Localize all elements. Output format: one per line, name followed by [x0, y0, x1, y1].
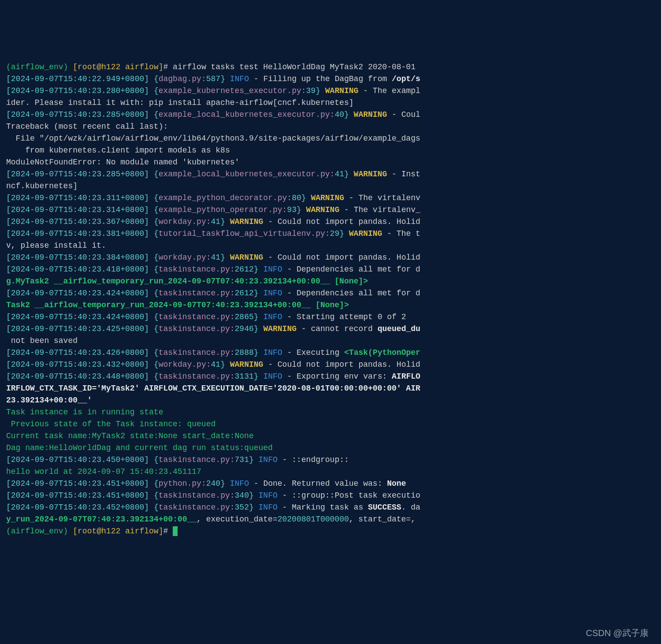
traceback-import: from kubernetes.client import models as … [6, 146, 230, 155]
prompt-venv: (airflow_env) [6, 527, 73, 536]
prompt-hash: # [163, 527, 173, 536]
cursor-icon[interactable] [173, 526, 178, 536]
log-line: v, please install it. [6, 241, 106, 250]
log-line: [2024-09-07T15:40:23.280+0800] {example_… [6, 86, 420, 95]
traceback-header: Traceback (most recent call last): [6, 122, 168, 131]
log-line: [2024-09-07T15:40:23.381+0800] {tutorial… [6, 229, 420, 238]
watermark: CSDN @武子康 [586, 626, 649, 640]
log-line: [2024-09-07T15:40:23.451+0800] {taskinst… [6, 491, 420, 500]
log-line: [2024-09-07T15:40:23.448+0800] {taskinst… [6, 372, 420, 381]
log-line: ider. Please install it with: pip instal… [6, 98, 354, 107]
run-id: Task2 __airflow_temporary_run_2024-09-07… [6, 301, 349, 309]
env-vars: IRFLOW_CTX_TASK_ID='MyTask2' AIRFLOW_CTX… [6, 384, 420, 393]
prompt-command[interactable]: airflow tasks test HelloWorldDag MyTask2… [173, 63, 416, 71]
prompt-hash: # [163, 63, 173, 71]
task-state: Task instance is in running state [6, 408, 163, 417]
log-line: not been saved [6, 336, 78, 345]
run-id: g.MyTask2 __airflow_temporary_run_2024-0… [6, 277, 368, 286]
log-line: [2024-09-07T15:40:23.384+0800] {workday.… [6, 253, 420, 262]
log-line: [2024-09-07T15:40:23.314+0800] {example_… [6, 205, 420, 214]
log-line: [2024-09-07T15:40:23.285+0800] {example_… [6, 170, 420, 179]
env-vars: 23.392134+00:00__' [6, 396, 92, 405]
log-line: [2024-09-07T15:40:22.949+0800] {dagbag.p… [6, 74, 420, 83]
dag-name: Dag name:HelloWorldDag and current dag r… [6, 443, 273, 452]
prompt-venv: (airflow_env) [6, 63, 73, 71]
log-line: [2024-09-07T15:40:23.451+0800] {python.p… [6, 479, 406, 488]
log-line: [2024-09-07T15:40:23.418+0800] {taskinst… [6, 265, 420, 274]
log-line: ncf.kubernetes] [6, 182, 78, 190]
log-line: [2024-09-07T15:40:23.424+0800] {taskinst… [6, 313, 406, 321]
traceback-file: File "/opt/wzk/airflow/airflow_env/lib64… [6, 134, 420, 143]
prompt-user-host: [root@h122 airflow] [73, 63, 163, 71]
log-line: [2024-09-07T15:40:23.426+0800] {taskinst… [6, 348, 420, 357]
log-line: [2024-09-07T15:40:23.367+0800] {workday.… [6, 217, 420, 226]
log-line: [2024-09-07T15:40:23.452+0800] {taskinst… [6, 503, 420, 512]
prompt-user-host: [root@h122 airflow] [73, 527, 163, 536]
log-line: [2024-09-07T15:40:23.285+0800] {example_… [6, 110, 420, 119]
log-line: [2024-09-07T15:40:23.425+0800] {taskinst… [6, 324, 420, 333]
log-line: [2024-09-07T15:40:23.432+0800] {workday.… [6, 360, 420, 369]
task-prev-state: Previous state of the Task instance: que… [6, 420, 215, 428]
log-line: y_run_2024-09-07T07:40:23.392134+00:00__… [6, 515, 420, 524]
task-output: hello world at 2024-09-07 15:40:23.45111… [6, 467, 201, 476]
log-line: [2024-09-07T15:40:23.450+0800] {taskinst… [6, 455, 349, 464]
task-current: Current task name:MyTask2 state:None sta… [6, 432, 254, 440]
terminal-output: (airflow_env) [root@h122 airflow]# airfl… [0, 60, 661, 644]
module-not-found: ModuleNotFoundError: No module named 'ku… [6, 158, 239, 167]
log-line: [2024-09-07T15:40:23.311+0800] {example_… [6, 194, 420, 202]
log-line: [2024-09-07T15:40:23.424+0800] {taskinst… [6, 289, 420, 298]
